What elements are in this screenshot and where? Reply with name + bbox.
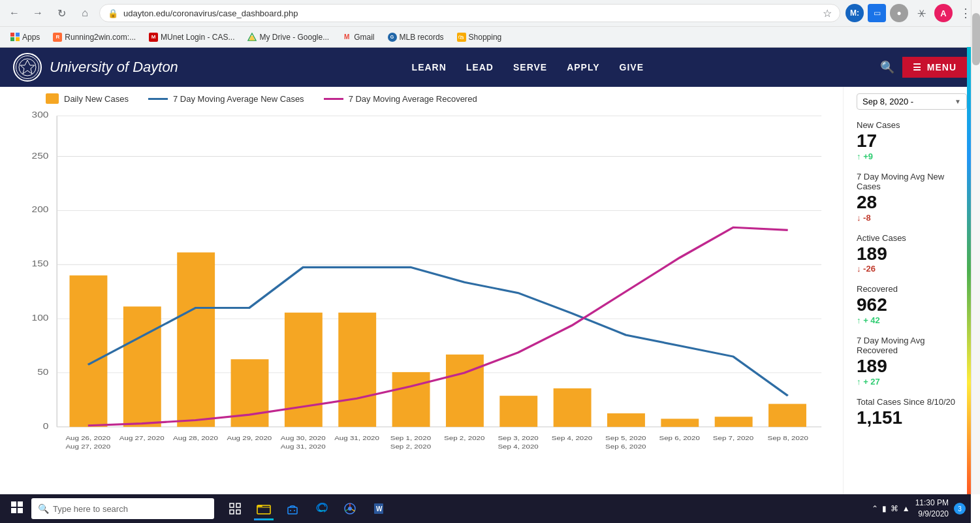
store-button[interactable] [279, 496, 306, 522]
stat-avg-new-cases-value: 28 [857, 193, 967, 213]
stat-new-cases-change-text: +9 [863, 151, 873, 161]
chart-area: Daily New Cases 7 Day Moving Average New… [0, 87, 843, 523]
bookmark-star[interactable]: ☆ [823, 7, 832, 20]
bar-aug30 [285, 313, 323, 427]
nav-bar: University of Dayton LEARN LEAD SERVE AP… [0, 48, 980, 87]
taskbar-sys-icons: ⌃ ▮ ⌘ ▲ [872, 504, 910, 513]
dashboard: Daily New Cases 7 Day Moving Average New… [0, 87, 980, 523]
svg-text:Sep 4, 2020: Sep 4, 2020 [552, 435, 593, 442]
bar-sep5 [607, 413, 645, 427]
chrome-icon [343, 502, 356, 515]
shopping-label: Shopping [469, 33, 502, 42]
store-icon [286, 502, 299, 515]
apps-label: Apps [22, 33, 40, 42]
gmail-label: Gmail [354, 33, 374, 42]
edge-button[interactable] [308, 496, 334, 522]
gmail-icon: M [342, 33, 351, 42]
svg-text:Aug 27, 2020: Aug 27, 2020 [65, 443, 110, 450]
profile-a-icon[interactable]: A [934, 4, 953, 22]
taskbar-clock[interactable]: 11:30 PM 9/9/2020 [915, 498, 949, 520]
show-hidden-icons[interactable]: ⌃ [872, 504, 878, 513]
svg-rect-45 [230, 510, 234, 514]
bookmark-shopping[interactable]: 🛍 Shopping [452, 31, 507, 43]
chrome-button[interactable] [337, 496, 363, 522]
running2win-label: Running2win.com:... [65, 33, 136, 42]
legend-line-pink [324, 98, 343, 100]
user-circle-icon[interactable]: ● [890, 4, 908, 22]
address-bar[interactable]: 🔒 udayton.edu/coronavirus/case_dashboard… [99, 4, 840, 22]
menu-button[interactable]: ☰ MENU [902, 57, 967, 78]
svg-text:Aug 28, 2020: Aug 28, 2020 [173, 435, 218, 442]
ud-logo[interactable] [13, 53, 42, 82]
file-explorer-button[interactable] [251, 496, 277, 522]
stat-avg-recovered: 7 Day Moving Avg Recovered 189 ↑ + 27 [857, 336, 967, 387]
word-button[interactable]: W [366, 496, 392, 522]
munet-label: MUnet Login - CAS... [161, 33, 234, 42]
legend-daily-new-cases: Daily New Cases [46, 93, 129, 104]
task-view-button[interactable] [222, 496, 248, 522]
svg-text:Aug 27, 2020: Aug 27, 2020 [119, 435, 165, 442]
nav-link-give[interactable]: GIVE [620, 62, 644, 72]
stat-recovered-value: 962 [857, 295, 967, 315]
svg-text:Aug 26, 2020: Aug 26, 2020 [65, 435, 110, 442]
bar-aug31 [338, 313, 376, 427]
notification-badge[interactable]: 3 [954, 503, 966, 515]
legend-avg-recovered: 7 Day Moving Average Recovered [324, 94, 477, 104]
nav-right: 🔍 ☰ MENU [877, 57, 967, 78]
svg-text:50: 50 [37, 368, 48, 377]
drive-label: My Drive - Google... [259, 33, 329, 42]
bookmark-apps[interactable]: Apps [5, 31, 45, 43]
stat-avg-recovered-change: ↑ + 27 [857, 377, 967, 387]
stat-new-cases-value: 17 [857, 131, 967, 151]
stat-new-cases: New Cases 17 ↑ +9 [857, 120, 967, 161]
stat-total-cases: Total Cases Since 8/10/20 1,151 [857, 397, 967, 428]
svg-rect-40 [18, 501, 23, 507]
svg-rect-48 [288, 507, 297, 514]
svg-text:Sep 8, 2020: Sep 8, 2020 [767, 435, 808, 442]
date-selector[interactable]: Sep 8, 2020 - ▼ [857, 93, 967, 110]
svg-text:Sep 2, 2020: Sep 2, 2020 [444, 435, 485, 442]
stat-avg-new-cases-change: ↓ -8 [857, 213, 967, 223]
munet-icon: M [149, 33, 158, 42]
svg-rect-46 [236, 510, 240, 514]
svg-rect-41 [11, 508, 16, 513]
cast-icon[interactable]: ▭ [868, 4, 886, 22]
bookmark-munet[interactable]: M MUnet Login - CAS... [144, 31, 240, 43]
forward-button[interactable]: → [29, 4, 47, 22]
search-icon[interactable]: 🔍 [877, 57, 897, 77]
stat-avg-recovered-value: 189 [857, 357, 967, 377]
bookmark-mlb[interactable]: G MLB records [383, 31, 449, 43]
nav-link-apply[interactable]: APPLY [567, 62, 599, 72]
legend-line-blue [148, 98, 168, 100]
taskbar-search[interactable]: 🔍 Type here to search [31, 498, 214, 519]
svg-marker-3 [20, 60, 35, 74]
svg-text:200: 200 [32, 205, 49, 214]
svg-text:W: W [376, 505, 383, 513]
nav-link-lead[interactable]: LEAD [466, 62, 494, 72]
back-button[interactable]: ← [5, 4, 24, 22]
reload-button[interactable]: ↻ [52, 4, 71, 22]
stat-recovered-change: ↑ + 42 [857, 315, 967, 325]
svg-point-52 [348, 507, 352, 511]
mlb-icon: G [388, 33, 397, 42]
scrollbar[interactable] [971, 87, 980, 494]
svg-text:0: 0 [43, 421, 49, 430]
svg-text:100: 100 [32, 313, 49, 323]
bar-sep1 [392, 372, 430, 427]
nav-link-learn[interactable]: LEARN [412, 62, 447, 72]
legend-label-avg-rec: 7 Day Moving Average Recovered [349, 94, 477, 104]
bookmark-running2win[interactable]: R Running2win.com:... [48, 31, 141, 43]
home-button[interactable]: ⌂ [76, 4, 94, 22]
nav-link-serve[interactable]: SERVE [513, 62, 547, 72]
stat-new-cases-label: New Cases [857, 120, 967, 130]
clock-time: 11:30 PM [915, 498, 949, 509]
start-button[interactable] [5, 498, 29, 520]
svg-text:150: 150 [32, 259, 49, 268]
bookmark-gmail[interactable]: M Gmail [337, 31, 379, 43]
profile-m-icon[interactable]: M: [846, 4, 864, 22]
bookmark-drive[interactable]: My Drive - Google... [242, 31, 334, 43]
extensions-icon[interactable]: ⚹ [912, 4, 930, 22]
stat-avg-new-cases: 7 Day Moving Avg New Cases 28 ↓ -8 [857, 172, 967, 223]
clock-date: 9/9/2020 [915, 509, 949, 520]
svg-text:Sep 7, 2020: Sep 7, 2020 [713, 435, 754, 442]
